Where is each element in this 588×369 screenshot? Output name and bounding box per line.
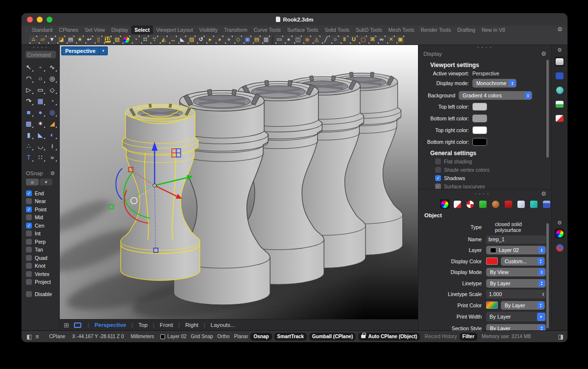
viewport-title-tab[interactable]: Perspective ▼ bbox=[61, 46, 108, 55]
toolbar-icon[interactable]: ● bbox=[284, 35, 293, 44]
status-field[interactable]: Millimeters bbox=[131, 334, 154, 339]
menu-tab[interactable]: Surface Tools bbox=[284, 25, 321, 34]
setting-checkbox[interactable] bbox=[435, 184, 441, 189]
panel-toggle-right-icon[interactable]: ◨ bbox=[558, 333, 564, 340]
setting-checkbox[interactable] bbox=[435, 159, 441, 164]
print-color-swatch[interactable] bbox=[486, 301, 498, 309]
background-color-swatch[interactable] bbox=[472, 115, 487, 122]
print-color-dropdown[interactable]: By Layer ▲▼ bbox=[501, 301, 545, 310]
status-field[interactable]: X -44.167 Y -28.611 Z 0 bbox=[72, 334, 124, 339]
panel-strip-icon[interactable] bbox=[555, 71, 564, 81]
menu-tab[interactable]: Display bbox=[108, 25, 131, 34]
current-layer-chip[interactable]: Layer 02 bbox=[160, 334, 187, 339]
osnap-disable-checkbox[interactable] bbox=[26, 291, 32, 297]
setting-checkbox[interactable] bbox=[435, 175, 441, 181]
command-list-icon[interactable]: ≡ bbox=[35, 333, 39, 340]
menu-tab[interactable]: Solid Tools bbox=[321, 25, 353, 34]
palette-tool-icon[interactable]: T bbox=[23, 152, 34, 162]
palette-tool-icon[interactable]: ◡ bbox=[35, 140, 46, 151]
gumball-z-rotate-arc[interactable] bbox=[116, 168, 122, 200]
status-toggle-badge[interactable]: Osnap bbox=[250, 333, 271, 341]
toolbar-icon[interactable]: ★ bbox=[75, 35, 84, 44]
palette-tool-icon[interactable]: ◢ bbox=[47, 118, 58, 129]
viewport-tab[interactable]: Front bbox=[147, 322, 173, 328]
toolbar-icon[interactable]: ◫ bbox=[294, 35, 302, 44]
menu-tab[interactable]: Drafting bbox=[454, 25, 479, 34]
title-bar[interactable]: Rook2.3dm bbox=[22, 13, 567, 25]
gear-icon[interactable]: ⚙ bbox=[557, 26, 563, 32]
menu-tab[interactable]: SubD Tools bbox=[353, 25, 386, 34]
combo-caret-icon[interactable]: ▼ bbox=[537, 313, 545, 321]
palette-tool-icon[interactable]: ≀ bbox=[47, 140, 58, 151]
viewport-tab[interactable]: Top bbox=[126, 322, 147, 328]
palette-tool-icon[interactable]: ◠ bbox=[23, 73, 34, 84]
toolbar-icon[interactable]: ‥ bbox=[169, 35, 177, 44]
toolbar-grip-2[interactable]: ⋮ bbox=[24, 35, 28, 44]
status-toggle-badge[interactable]: Gumball (CPlane) bbox=[309, 333, 356, 341]
osnap-checkbox[interactable] bbox=[26, 198, 32, 204]
properties-tab-icon[interactable] bbox=[529, 199, 539, 209]
strip-gear-icon[interactable]: ⚙ bbox=[557, 47, 562, 53]
toolbar-icon[interactable]: 10 bbox=[103, 35, 112, 44]
background-dropdown[interactable]: Gradient 4 colors ▲▼ bbox=[459, 91, 532, 100]
osnap-checkbox[interactable] bbox=[26, 247, 32, 253]
toolbar-icon[interactable]: ▥ bbox=[262, 35, 270, 44]
panel-strip-icon[interactable] bbox=[555, 243, 564, 253]
toolbar-icon[interactable]: ◣ bbox=[178, 35, 187, 44]
toolbar-icon[interactable]: ▣ bbox=[396, 35, 405, 44]
toolbar-icon[interactable]: ● bbox=[224, 35, 233, 44]
selected-rook[interactable] bbox=[121, 103, 200, 280]
properties-tab-icon[interactable] bbox=[466, 199, 475, 209]
palette-tool-icon[interactable]: ● bbox=[35, 107, 46, 117]
menu-tab[interactable]: New in V8 bbox=[478, 25, 508, 34]
toolbar-icon[interactable]: ◭ bbox=[159, 35, 168, 44]
panel-toggle-left-icon[interactable]: ◧ bbox=[26, 333, 32, 340]
panel-strip-icon[interactable] bbox=[555, 229, 564, 238]
display-panel-scrollbar[interactable] bbox=[546, 60, 549, 158]
toolbar-icon[interactable]: ▨ bbox=[187, 35, 196, 44]
osnap-checkbox[interactable] bbox=[26, 239, 32, 245]
single-viewport-icon[interactable] bbox=[74, 323, 81, 328]
palette-tool-icon[interactable]: ∴ bbox=[23, 140, 34, 151]
osnap-checkbox[interactable] bbox=[26, 223, 32, 229]
toolbar-icon[interactable]: ▤ bbox=[252, 35, 261, 44]
panel-strip-icon[interactable] bbox=[555, 57, 564, 67]
layer-dropdown[interactable]: Layer 02 ▲▼ bbox=[486, 246, 546, 254]
toolbar-icon[interactable]: ▼ bbox=[48, 35, 56, 44]
display-color-dropdown[interactable]: Custom... ▲▼ bbox=[501, 257, 545, 266]
osnap-checkbox[interactable] bbox=[26, 279, 32, 285]
close-window-button[interactable] bbox=[27, 17, 33, 23]
palette-tool-icon[interactable]: ◦ bbox=[35, 62, 46, 72]
toolbar-icon[interactable]: ○ bbox=[331, 35, 340, 44]
menu-tab[interactable]: Mesh Tools bbox=[385, 25, 417, 34]
properties-tab-icon[interactable] bbox=[478, 199, 488, 209]
viewport-tab[interactable]: Perspective bbox=[82, 322, 126, 328]
viewport-tab[interactable]: Layouts... bbox=[198, 322, 235, 328]
display-mode-dropdown[interactable]: Monochrome ▲▼ bbox=[472, 79, 516, 88]
properties-tab-icon[interactable] bbox=[503, 199, 513, 209]
osnap-checkbox[interactable] bbox=[26, 190, 32, 196]
four-viewports-icon[interactable]: ⊞ bbox=[64, 322, 69, 329]
menu-tab[interactable]: CPlanes bbox=[56, 25, 82, 34]
status-toggle-badge[interactable]: SmartTrack bbox=[274, 333, 307, 341]
toolbar-icon[interactable]: ▤ bbox=[66, 35, 75, 44]
palette-tool-icon[interactable]: ◐ bbox=[47, 129, 58, 140]
menu-tab[interactable]: Set View bbox=[81, 25, 108, 34]
properties-gear-icon[interactable]: ⚙ bbox=[541, 191, 546, 197]
toolbar-icon[interactable]: ▯ bbox=[94, 35, 103, 44]
osnap-checkbox[interactable] bbox=[26, 231, 32, 236]
linetype-scale-input[interactable] bbox=[486, 291, 546, 297]
palette-tool-icon[interactable]: ◎ bbox=[47, 73, 58, 84]
menu-tab[interactable]: Visibility bbox=[196, 25, 221, 34]
viewport-menu-caret-icon[interactable]: ▼ bbox=[99, 47, 107, 55]
toolbar-icon[interactable]: ∷ bbox=[141, 35, 149, 44]
sidebar-drag-handle[interactable] bbox=[33, 45, 48, 50]
menu-tab[interactable]: Viewport Layout bbox=[153, 25, 196, 34]
background-color-swatch[interactable] bbox=[472, 103, 487, 111]
toolbar-grip[interactable]: ⋮ bbox=[24, 25, 28, 34]
toolbar-icon[interactable]: U bbox=[349, 35, 358, 44]
palette-tool-icon[interactable]: ○ bbox=[35, 73, 46, 84]
palette-tool-icon[interactable]: » bbox=[47, 152, 58, 162]
panel-strip-icon[interactable] bbox=[555, 114, 564, 123]
toolbar-icon[interactable] bbox=[122, 35, 131, 44]
